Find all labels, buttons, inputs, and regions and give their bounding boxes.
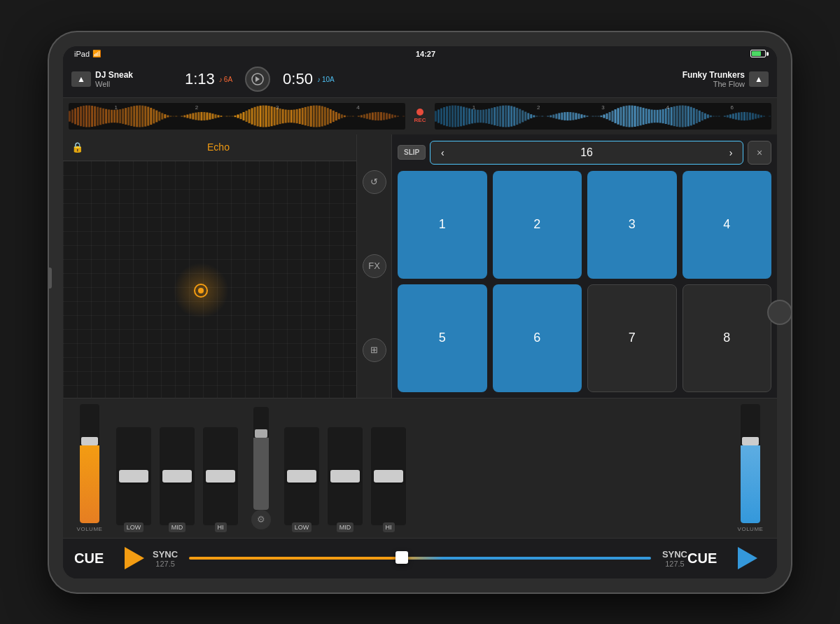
crossfader-thumb[interactable]: [396, 551, 408, 564]
wifi-icon: 📶: [92, 50, 101, 57]
fx-name-label: Echo: [89, 141, 348, 153]
crossfader[interactable]: [189, 555, 651, 561]
gear-button[interactable]: ⚙: [251, 510, 271, 529]
left-eq-low-label: LOW: [124, 522, 144, 532]
deck-left-info: DJ Sneak Well: [95, 70, 179, 88]
waveform-marker-3: 3: [276, 104, 279, 111]
loop-prev-button[interactable]: ‹: [430, 141, 454, 164]
waveform-area: 1 2 3 4 REC 1 2 3 4 6: [63, 98, 777, 134]
slip-button[interactable]: SLIP: [398, 145, 426, 160]
left-time: 1:13: [185, 70, 215, 88]
master-thumb[interactable]: [255, 429, 267, 438]
left-sync-button[interactable]: SYNC 127.5: [153, 549, 178, 568]
fx-dot[interactable]: [194, 284, 208, 298]
eject-right-button[interactable]: ▲: [749, 71, 769, 87]
pad-7[interactable]: 7: [587, 284, 677, 392]
pads-grid: 1 2 3 4 5 6 7 8: [398, 171, 771, 392]
right-track-name: The Flow: [713, 80, 745, 88]
pad-4[interactable]: 4: [682, 171, 772, 279]
left-eq-mid: MID: [157, 427, 197, 532]
loop-nav[interactable]: ‹ 16 ›: [430, 141, 743, 165]
left-key-badge: ♪ 6A: [219, 76, 232, 83]
eject-left-button[interactable]: ▲: [71, 71, 91, 87]
right-eq-mid-track[interactable]: [328, 427, 363, 525]
status-right: [750, 50, 766, 57]
lock-icon[interactable]: 🔒: [71, 141, 83, 153]
left-eq-hi-label: HI: [215, 522, 227, 532]
waveform-marker-4: 4: [356, 104, 359, 111]
right-vol-thumb[interactable]: [742, 437, 759, 445]
home-button[interactable]: [767, 300, 792, 325]
left-time-display: 1:13 ♪ 6A: [185, 70, 232, 88]
left-sync-label: SYNC: [153, 549, 178, 560]
loop-x-button[interactable]: ×: [748, 141, 771, 165]
pad-8[interactable]: 8: [682, 284, 772, 392]
right-eq-hi-track[interactable]: [371, 427, 406, 525]
grid-button[interactable]: ⊞: [363, 338, 386, 362]
left-eq-low-track[interactable]: [116, 427, 151, 525]
right-volume: VOLUME: [729, 404, 771, 532]
logo-button[interactable]: [245, 67, 270, 92]
loop-next-button[interactable]: ›: [719, 141, 743, 164]
fx-dot-inner: [198, 288, 204, 293]
waveform-marker-2: 2: [195, 104, 198, 111]
left-eq-mid-label: MID: [169, 522, 186, 532]
left-eq-hi-thumb[interactable]: [206, 470, 235, 483]
right-eq-hi-thumb[interactable]: [374, 470, 403, 483]
fx-toggle-button[interactable]: FX: [363, 254, 386, 278]
side-button[interactable]: [48, 268, 52, 289]
right-eq-mid-thumb[interactable]: [330, 470, 360, 483]
left-track-artist: DJ Sneak: [95, 70, 179, 80]
left-eq-mid-thumb[interactable]: [162, 470, 192, 483]
right-key-symbol: ♪: [317, 76, 321, 83]
pad-2[interactable]: 2: [493, 171, 582, 279]
waveform-r-marker-3: 3: [601, 104, 604, 111]
left-play-button[interactable]: [125, 547, 144, 569]
right-sync-button[interactable]: SYNC 127.5: [662, 549, 687, 568]
right-sync-val: 127.5: [665, 560, 685, 568]
right-eq-low-track[interactable]: [284, 427, 319, 525]
left-eq-mid-track[interactable]: [160, 427, 195, 525]
waveform-right[interactable]: 1 2 3 4 6: [435, 103, 771, 130]
crossfader-track: [189, 557, 651, 560]
pad-6[interactable]: 6: [493, 284, 582, 392]
right-play-button[interactable]: [738, 547, 757, 569]
pad-5[interactable]: 5: [398, 284, 487, 392]
left-track-name: Well: [95, 80, 179, 88]
master-fill: [253, 438, 269, 510]
rec-button[interactable]: REC: [410, 109, 430, 123]
left-eq-sliders: LOW MID HI: [113, 404, 241, 532]
left-vol-slider[interactable]: [80, 404, 99, 523]
right-vol-label: VOLUME: [738, 526, 764, 532]
right-eq-low-thumb[interactable]: [287, 470, 316, 483]
waveform-marker-1: 1: [114, 104, 117, 111]
fx-grid-area[interactable]: [63, 161, 356, 398]
left-key-value: 6A: [224, 76, 232, 83]
waveform-left[interactable]: 1 2 3 4: [69, 103, 405, 130]
status-left: iPad 📶: [74, 50, 101, 58]
left-volume: VOLUME: [69, 404, 111, 532]
waveform-r-marker-5: 6: [731, 104, 734, 111]
left-vol-thumb[interactable]: [81, 437, 98, 445]
master-fader[interactable]: [253, 407, 269, 510]
left-cue-button[interactable]: CUE: [74, 550, 116, 567]
right-eq-mid-label: MID: [337, 522, 354, 532]
status-bar: iPad 📶 14:27: [63, 46, 777, 62]
pad-3[interactable]: 3: [587, 171, 677, 279]
right-vol-slider[interactable]: [741, 404, 760, 523]
right-cue-button[interactable]: CUE: [687, 550, 729, 567]
right-eq-hi-label: HI: [383, 522, 395, 532]
left-sync-val: 127.5: [155, 560, 175, 568]
right-time: 0:50: [283, 70, 313, 88]
loop-reset-button[interactable]: ↺: [363, 170, 386, 194]
fx-label: FX: [368, 261, 380, 271]
right-time-display: 0:50 ♪ 10A: [283, 70, 335, 88]
loop-value: 16: [454, 146, 719, 159]
pad-1[interactable]: 1: [398, 171, 487, 279]
deck-right-info: Funky Trunkers The Flow: [661, 70, 745, 88]
left-eq-hi-track[interactable]: [203, 427, 238, 525]
loop-reset-icon: ↺: [370, 176, 378, 187]
rec-dot: [416, 109, 424, 116]
left-eq-low-thumb[interactable]: [119, 470, 148, 483]
status-time: 14:27: [416, 50, 435, 58]
